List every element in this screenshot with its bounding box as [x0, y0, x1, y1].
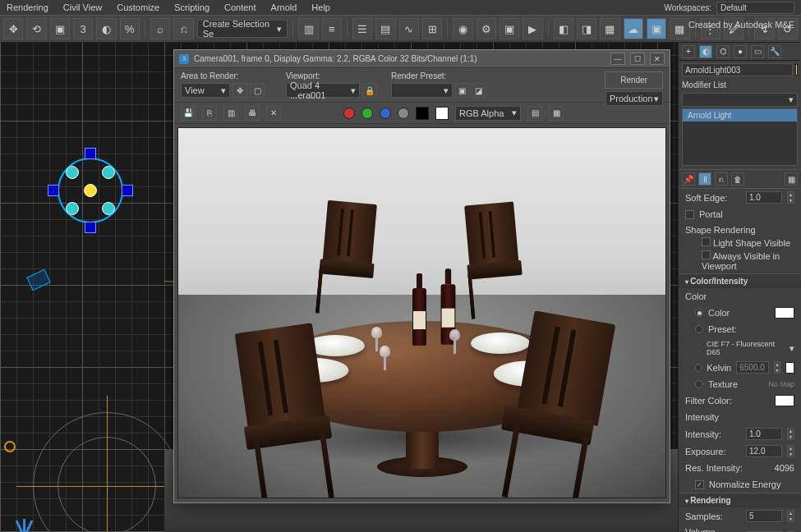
modify-tab-icon[interactable]: ◐: [699, 45, 712, 58]
area-pick-icon[interactable]: ✥: [232, 83, 247, 98]
layer-explorer-icon[interactable]: ☰: [352, 18, 372, 39]
menu-civilview[interactable]: Civil View: [63, 2, 102, 12]
rotate-tool-icon[interactable]: ⟲: [26, 18, 46, 39]
samples-input[interactable]: [746, 510, 782, 522]
print-image-icon[interactable]: 🖶: [245, 106, 260, 121]
render-preset-dropdown[interactable]: ▾: [391, 83, 453, 98]
channel-mono-icon[interactable]: [416, 107, 429, 120]
tool-icon-a[interactable]: ◧: [554, 18, 573, 39]
menu-arnold[interactable]: Arnold: [271, 2, 297, 12]
show-end-result-icon[interactable]: Ⅱ: [698, 172, 711, 186]
scale-tool-icon[interactable]: ▣: [50, 18, 70, 39]
light-gizmo-top[interactable]: [49, 149, 131, 232]
render-window-titlebar[interactable]: 3 Camera001, frame 0, Display Gamma: 2.2…: [174, 50, 670, 68]
exposure-input[interactable]: [746, 445, 782, 457]
configure-sets-icon[interactable]: ▦: [785, 172, 798, 186]
area-region-icon[interactable]: ▢: [250, 83, 265, 98]
render-setup-icon[interactable]: ⚙: [476, 18, 496, 39]
material-editor-icon[interactable]: ◉: [453, 18, 472, 39]
kelvin-radio[interactable]: [695, 364, 702, 372]
channel-dropdown[interactable]: RGB Alpha▾: [455, 106, 521, 121]
stack-item-arnold-light[interactable]: Arnold Light: [683, 109, 797, 122]
workspaces-input[interactable]: [716, 2, 794, 14]
channel-blue-icon[interactable]: [380, 108, 391, 119]
save-image-icon[interactable]: 💾: [181, 106, 196, 121]
texture-radio[interactable]: [695, 380, 703, 388]
color-radio[interactable]: [695, 309, 703, 317]
tool-icon-c[interactable]: ▦: [600, 18, 619, 39]
scene-explorer-icon[interactable]: ▤: [375, 18, 395, 39]
preset-radio[interactable]: [695, 325, 703, 333]
quick-render-icon[interactable]: ▶: [522, 18, 542, 39]
snap-3-icon[interactable]: 3: [73, 18, 93, 39]
toggle-overlay-a-icon[interactable]: ▤: [527, 106, 542, 121]
samples-spinner[interactable]: [787, 510, 794, 522]
hierarchy-tab-icon[interactable]: ⌬: [716, 45, 730, 58]
kelvin-spinner[interactable]: [774, 361, 780, 374]
texture-map-button[interactable]: No Map: [768, 380, 794, 388]
render-frame-icon[interactable]: ▣: [499, 18, 519, 39]
viewport-lock-icon[interactable]: 🔒: [362, 83, 377, 98]
color-swatch[interactable]: [775, 307, 794, 319]
close-button[interactable]: ✕: [650, 53, 665, 65]
kelvin-swatch[interactable]: [785, 362, 794, 374]
motion-tab-icon[interactable]: ●: [734, 45, 747, 58]
area-to-render-dropdown[interactable]: View▾: [181, 83, 230, 98]
percent-snap-icon[interactable]: %: [120, 18, 140, 39]
render-output-image[interactable]: [177, 127, 666, 498]
kelvin-input[interactable]: [736, 361, 769, 374]
create-tab-icon[interactable]: +: [682, 45, 695, 58]
tool-icon-b[interactable]: ◨: [577, 18, 596, 39]
portal-checkbox[interactable]: [685, 210, 694, 219]
mirror-tool-icon[interactable]: ▥: [298, 18, 318, 39]
modifier-list-dropdown[interactable]: ▾: [682, 93, 798, 107]
rendering-rollout[interactable]: Rendering: [679, 493, 801, 507]
move-tool-icon[interactable]: ✥: [3, 18, 23, 39]
production-dropdown[interactable]: Production▾: [605, 91, 663, 106]
soft-edge-input[interactable]: [746, 191, 782, 204]
modifier-stack[interactable]: Arnold Light: [682, 108, 798, 166]
clear-image-icon[interactable]: ✕: [266, 106, 281, 121]
object-color-swatch[interactable]: [795, 64, 798, 76]
preset-icon-b[interactable]: ◪: [472, 83, 486, 98]
remove-modifier-icon[interactable]: 🗑: [731, 172, 744, 186]
schematic-view-icon[interactable]: ⊞: [422, 18, 442, 39]
tool-icon-d[interactable]: ☁: [624, 18, 643, 39]
display-tab-icon[interactable]: ▭: [751, 45, 764, 58]
selection-filter-icon[interactable]: ⌕: [150, 18, 170, 39]
intensity-input[interactable]: [746, 428, 782, 440]
filter-color-swatch[interactable]: [775, 395, 794, 406]
menu-rendering[interactable]: Rendering: [7, 2, 48, 12]
channel-green-icon[interactable]: [361, 108, 373, 119]
tool-icon-f[interactable]: ▩: [670, 18, 689, 39]
menu-help[interactable]: Help: [311, 2, 330, 12]
maximize-button[interactable]: ☐: [630, 53, 645, 65]
normalize-checkbox[interactable]: ✓: [695, 480, 704, 489]
angle-snap-icon[interactable]: ◐: [96, 18, 116, 39]
channel-alpha-icon[interactable]: [398, 108, 409, 119]
pin-stack-icon[interactable]: 📌: [682, 172, 695, 186]
viewport-dropdown[interactable]: Quad 4 ...era001▾: [286, 83, 360, 98]
menu-customize[interactable]: Customize: [117, 2, 159, 12]
preset-icon-a[interactable]: ▣: [455, 83, 469, 98]
selection-set-dropdown[interactable]: Create Selection Se▾: [197, 20, 288, 38]
channel-red-icon[interactable]: [343, 108, 355, 119]
light-shape-visible-checkbox[interactable]: [702, 237, 711, 246]
menu-scripting[interactable]: Scripting: [174, 2, 209, 12]
curve-editor-icon[interactable]: ∿: [399, 18, 419, 39]
copy-image-icon[interactable]: ⎘: [202, 106, 217, 121]
always-visible-checkbox[interactable]: [702, 250, 711, 259]
render-button[interactable]: Render: [605, 71, 663, 89]
align-tool-icon[interactable]: ≡: [322, 18, 342, 39]
channel-bg-swatch[interactable]: [435, 107, 449, 120]
object-name-input[interactable]: [682, 63, 793, 76]
soft-edge-spinner[interactable]: [787, 191, 794, 204]
link-tool-icon[interactable]: ⎌: [173, 18, 193, 39]
tool-icon-e[interactable]: ▣: [647, 18, 666, 39]
menu-content[interactable]: Content: [224, 2, 256, 12]
exposure-spinner[interactable]: [787, 445, 794, 457]
make-unique-icon[interactable]: ⎌: [715, 172, 728, 186]
clone-image-icon[interactable]: ▥: [223, 106, 238, 121]
intensity-spinner[interactable]: [787, 428, 794, 440]
color-intensity-rollout[interactable]: Color/Intensity: [679, 273, 801, 288]
